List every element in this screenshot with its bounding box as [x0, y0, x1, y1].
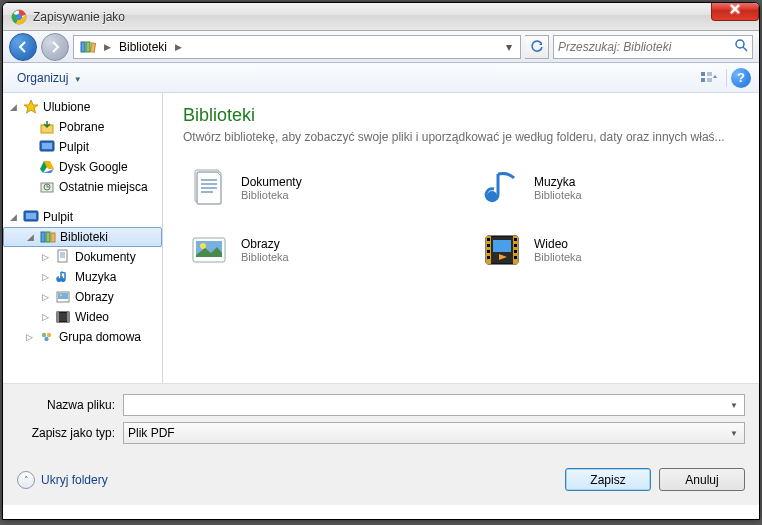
search-box[interactable] [553, 35, 753, 59]
breadcrumb-arrow[interactable]: ▶ [171, 42, 186, 52]
filetype-combo[interactable]: ▼ [123, 422, 745, 444]
breadcrumb-root-arrow[interactable]: ▶ [100, 42, 115, 52]
tree-desktop[interactable]: Pulpit [3, 137, 162, 157]
tree-desktop-group[interactable]: ◢ Pulpit [3, 207, 162, 227]
tree-label: Biblioteki [60, 230, 108, 244]
svg-rect-46 [514, 256, 517, 259]
close-button[interactable] [711, 2, 759, 21]
refresh-button[interactable] [525, 35, 549, 59]
address-dropdown[interactable]: ▾ [500, 40, 518, 54]
filename-input[interactable] [128, 396, 728, 414]
library-pictures[interactable]: ObrazyBiblioteka [183, 224, 446, 276]
search-icon[interactable] [734, 38, 748, 55]
save-button[interactable]: Zapisz [565, 468, 651, 491]
svg-rect-22 [58, 293, 68, 299]
filename-label: Nazwa pliku: [17, 398, 123, 412]
window-title: Zapisywanie jako [33, 10, 125, 24]
tree-label: Dysk Google [59, 160, 128, 174]
tree-label: Wideo [75, 310, 109, 324]
cancel-button[interactable]: Anuluj [659, 468, 745, 491]
music-library-icon [480, 166, 524, 210]
library-type: Biblioteka [534, 251, 582, 263]
chevron-down-icon[interactable]: ▼ [728, 429, 740, 438]
star-icon [23, 99, 39, 115]
tree-videos[interactable]: ▷Wideo [3, 307, 162, 327]
filetype-input[interactable] [128, 424, 728, 442]
expand-icon[interactable]: ▷ [39, 292, 51, 302]
tree-label: Ostatnie miejsca [59, 180, 148, 194]
collapse-icon[interactable]: ◢ [7, 102, 19, 112]
expand-icon[interactable]: ▷ [39, 272, 51, 282]
videos-library-icon [480, 228, 524, 272]
tree-libraries[interactable]: ◢ Biblioteki [3, 227, 162, 247]
svg-rect-45 [514, 250, 517, 253]
library-documents[interactable]: DokumentyBiblioteka [183, 162, 446, 214]
content-pane: Biblioteki Otwórz bibliotekę, aby zobacz… [163, 93, 759, 383]
tree-recent[interactable]: Ostatnie miejsca [3, 177, 162, 197]
svg-point-5 [736, 40, 744, 48]
tree-label: Pulpit [43, 210, 73, 224]
collapse-icon[interactable]: ◢ [7, 212, 19, 222]
collapse-icon[interactable]: ◢ [24, 232, 36, 242]
tree-label: Obrazy [75, 290, 114, 304]
svg-rect-10 [42, 143, 52, 149]
tree-downloads[interactable]: Pobrane [3, 117, 162, 137]
tree-favorites[interactable]: ◢ Ulubione [3, 97, 162, 117]
library-type: Biblioteka [241, 251, 289, 263]
save-as-dialog: Zapisywanie jako ▶ Biblioteki ▶ ▾ [2, 2, 760, 520]
svg-point-29 [44, 337, 48, 341]
tree-gdrive[interactable]: Dysk Google [3, 157, 162, 177]
expand-icon[interactable]: ▷ [39, 252, 51, 262]
download-icon [39, 119, 55, 135]
svg-rect-14 [26, 213, 36, 219]
tree-music[interactable]: ▷Muzyka [3, 267, 162, 287]
library-name: Wideo [534, 237, 582, 251]
library-videos[interactable]: WideoBiblioteka [476, 224, 739, 276]
library-music[interactable]: MuzykaBiblioteka [476, 162, 739, 214]
gdrive-icon [39, 159, 55, 175]
svg-point-23 [60, 294, 62, 296]
filename-combo[interactable]: ▼ [123, 394, 745, 416]
libraries-icon [40, 229, 56, 245]
tree-label: Muzyka [75, 270, 116, 284]
svg-rect-47 [493, 240, 511, 252]
libraries-icon [80, 39, 96, 55]
library-type: Biblioteka [534, 189, 582, 201]
svg-rect-25 [57, 312, 59, 322]
help-button[interactable]: ? [731, 68, 751, 88]
svg-rect-7 [701, 78, 705, 82]
address-bar[interactable]: ▶ Biblioteki ▶ ▾ [73, 35, 521, 59]
chrome-icon [11, 9, 27, 25]
tree-label: Dokumenty [75, 250, 136, 264]
forward-button[interactable] [41, 33, 69, 61]
tree-documents[interactable]: ▷Dokumenty [3, 247, 162, 267]
tree-label: Ulubione [43, 100, 90, 114]
filetype-label: Zapisz jako typ: [17, 426, 123, 440]
chevron-down-icon: ▼ [74, 75, 82, 84]
back-button[interactable] [9, 33, 37, 61]
chevron-up-icon: ˄ [17, 471, 35, 489]
tree-homegroup[interactable]: ▷Grupa domowa [3, 327, 162, 347]
svg-rect-4 [90, 42, 95, 51]
tree-pictures[interactable]: ▷Obrazy [3, 287, 162, 307]
pictures-library-icon [187, 228, 231, 272]
organize-menu[interactable]: Organizuj ▼ [11, 67, 88, 89]
view-options-button[interactable] [696, 67, 722, 89]
library-type: Biblioteka [241, 189, 302, 201]
chevron-down-icon[interactable]: ▼ [728, 401, 740, 410]
svg-point-27 [42, 333, 46, 337]
toolbar: Organizuj ▼ ? [3, 63, 759, 93]
expand-icon[interactable]: ▷ [39, 312, 51, 322]
navigation-tree[interactable]: ◢ Ulubione Pobrane Pulpit Dysk Google Os… [3, 93, 163, 383]
expand-icon[interactable]: ▷ [23, 332, 35, 342]
search-input[interactable] [558, 37, 734, 57]
recent-icon [39, 179, 55, 195]
toolbar-separator [726, 69, 727, 87]
breadcrumb-segment[interactable]: Biblioteki [115, 36, 171, 58]
svg-rect-26 [67, 312, 69, 322]
titlebar: Zapisywanie jako [3, 3, 759, 31]
content-heading: Biblioteki [183, 105, 739, 126]
hide-folders-button[interactable]: ˄ Ukryj foldery [17, 471, 108, 489]
desktop-icon [23, 209, 39, 225]
svg-rect-39 [487, 238, 490, 241]
